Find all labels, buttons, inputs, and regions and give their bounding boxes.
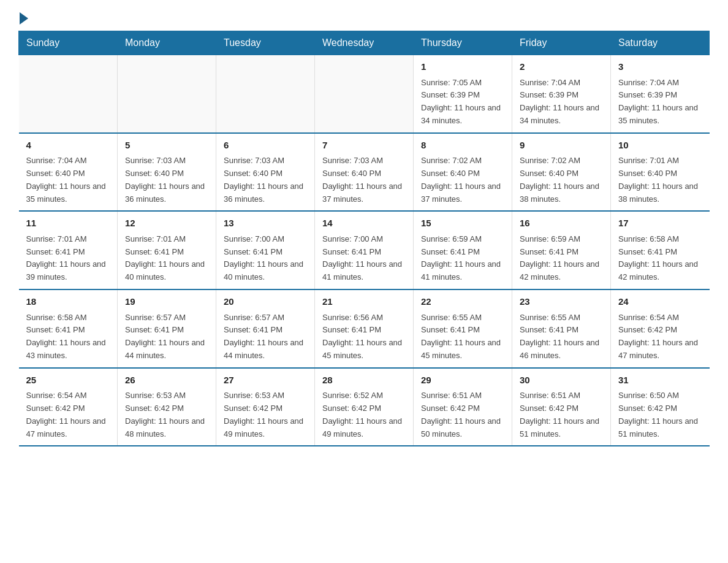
day-number: 12 [125, 216, 208, 231]
day-number: 11 [26, 216, 110, 231]
day-info: Sunrise: 6:58 AM Sunset: 6:41 PM Dayligh… [26, 312, 110, 362]
day-info: Sunrise: 7:03 AM Sunset: 6:40 PM Dayligh… [125, 155, 208, 205]
day-number: 27 [224, 373, 307, 388]
day-info: Sunrise: 6:55 AM Sunset: 6:41 PM Dayligh… [421, 312, 504, 362]
day-number: 8 [421, 139, 504, 153]
day-info: Sunrise: 6:55 AM Sunset: 6:41 PM Dayligh… [520, 312, 603, 362]
day-info: Sunrise: 7:04 AM Sunset: 6:39 PM Dayligh… [618, 77, 702, 128]
day-number: 6 [224, 139, 307, 153]
calendar-cell: 2Sunrise: 7:04 AM Sunset: 6:39 PM Daylig… [512, 55, 611, 133]
calendar-week-row: 4Sunrise: 7:04 AM Sunset: 6:40 PM Daylig… [19, 133, 710, 212]
calendar-cell: 5Sunrise: 7:03 AM Sunset: 6:40 PM Daylig… [118, 133, 216, 212]
day-info: Sunrise: 7:02 AM Sunset: 6:40 PM Dayligh… [421, 155, 504, 205]
calendar-cell [216, 55, 315, 133]
calendar-table: SundayMondayTuesdayWednesdayThursdayFrid… [18, 31, 710, 446]
calendar-cell: 19Sunrise: 6:57 AM Sunset: 6:41 PM Dayli… [118, 289, 216, 368]
day-info: Sunrise: 6:51 AM Sunset: 6:42 PM Dayligh… [520, 389, 603, 440]
day-info: Sunrise: 6:57 AM Sunset: 6:41 PM Dayligh… [224, 312, 307, 362]
day-number: 19 [125, 295, 208, 309]
day-info: Sunrise: 7:03 AM Sunset: 6:40 PM Dayligh… [322, 155, 406, 205]
day-number: 18 [26, 295, 110, 309]
day-number: 9 [520, 139, 603, 153]
day-number: 13 [224, 216, 307, 231]
day-number: 5 [125, 139, 208, 153]
day-info: Sunrise: 7:01 AM Sunset: 6:41 PM Dayligh… [125, 233, 208, 284]
day-info: Sunrise: 7:00 AM Sunset: 6:41 PM Dayligh… [224, 233, 307, 284]
day-number: 30 [520, 373, 603, 388]
day-number: 29 [421, 373, 504, 388]
day-number: 31 [618, 373, 702, 388]
calendar-cell: 20Sunrise: 6:57 AM Sunset: 6:41 PM Dayli… [216, 289, 315, 368]
calendar-cell: 24Sunrise: 6:54 AM Sunset: 6:42 PM Dayli… [611, 289, 710, 368]
calendar-cell: 1Sunrise: 7:05 AM Sunset: 6:39 PM Daylig… [414, 55, 512, 133]
calendar-cell: 6Sunrise: 7:03 AM Sunset: 6:40 PM Daylig… [216, 133, 315, 212]
day-info: Sunrise: 7:03 AM Sunset: 6:40 PM Dayligh… [224, 155, 307, 205]
day-number: 25 [26, 373, 110, 388]
calendar-cell: 14Sunrise: 7:00 AM Sunset: 6:41 PM Dayli… [315, 211, 414, 289]
calendar-week-row: 1Sunrise: 7:05 AM Sunset: 6:39 PM Daylig… [19, 55, 710, 133]
header-saturday: Saturday [611, 31, 710, 55]
calendar-cell: 31Sunrise: 6:50 AM Sunset: 6:42 PM Dayli… [611, 368, 710, 446]
calendar-cell: 8Sunrise: 7:02 AM Sunset: 6:40 PM Daylig… [414, 133, 512, 212]
calendar-cell: 27Sunrise: 6:53 AM Sunset: 6:42 PM Dayli… [216, 368, 315, 446]
day-info: Sunrise: 7:01 AM Sunset: 6:41 PM Dayligh… [26, 233, 110, 284]
day-number: 20 [224, 295, 307, 309]
day-info: Sunrise: 6:51 AM Sunset: 6:42 PM Dayligh… [421, 389, 504, 440]
calendar-cell: 3Sunrise: 7:04 AM Sunset: 6:39 PM Daylig… [611, 55, 710, 133]
header-thursday: Thursday [414, 31, 512, 55]
day-info: Sunrise: 6:53 AM Sunset: 6:42 PM Dayligh… [125, 389, 208, 440]
header-sunday: Sunday [19, 31, 118, 55]
day-info: Sunrise: 6:54 AM Sunset: 6:42 PM Dayligh… [618, 312, 702, 362]
calendar-cell [315, 55, 414, 133]
calendar-cell: 11Sunrise: 7:01 AM Sunset: 6:41 PM Dayli… [19, 211, 118, 289]
day-number: 14 [322, 216, 406, 231]
day-info: Sunrise: 6:58 AM Sunset: 6:41 PM Dayligh… [618, 233, 702, 284]
day-info: Sunrise: 7:00 AM Sunset: 6:41 PM Dayligh… [322, 233, 406, 284]
day-info: Sunrise: 6:50 AM Sunset: 6:42 PM Dayligh… [618, 389, 702, 440]
calendar-cell: 28Sunrise: 6:52 AM Sunset: 6:42 PM Dayli… [315, 368, 414, 446]
day-number: 22 [421, 295, 504, 309]
calendar-cell: 22Sunrise: 6:55 AM Sunset: 6:41 PM Dayli… [414, 289, 512, 368]
header-wednesday: Wednesday [315, 31, 414, 55]
calendar-cell: 7Sunrise: 7:03 AM Sunset: 6:40 PM Daylig… [315, 133, 414, 212]
day-info: Sunrise: 6:57 AM Sunset: 6:41 PM Dayligh… [125, 312, 208, 362]
calendar-cell: 25Sunrise: 6:54 AM Sunset: 6:42 PM Dayli… [19, 368, 118, 446]
day-info: Sunrise: 7:05 AM Sunset: 6:39 PM Dayligh… [421, 77, 504, 128]
day-number: 28 [322, 373, 406, 388]
calendar-cell: 29Sunrise: 6:51 AM Sunset: 6:42 PM Dayli… [414, 368, 512, 446]
calendar-cell [118, 55, 216, 133]
day-number: 10 [618, 139, 702, 153]
day-info: Sunrise: 6:53 AM Sunset: 6:42 PM Dayligh… [224, 389, 307, 440]
day-number: 21 [322, 295, 406, 309]
calendar-cell: 16Sunrise: 6:59 AM Sunset: 6:41 PM Dayli… [512, 211, 611, 289]
calendar-cell: 30Sunrise: 6:51 AM Sunset: 6:42 PM Dayli… [512, 368, 611, 446]
day-info: Sunrise: 6:52 AM Sunset: 6:42 PM Dayligh… [322, 389, 406, 440]
calendar-cell: 13Sunrise: 7:00 AM Sunset: 6:41 PM Dayli… [216, 211, 315, 289]
day-info: Sunrise: 6:59 AM Sunset: 6:41 PM Dayligh… [421, 233, 504, 284]
day-number: 26 [125, 373, 208, 388]
day-number: 24 [618, 295, 702, 309]
calendar-cell: 15Sunrise: 6:59 AM Sunset: 6:41 PM Dayli… [414, 211, 512, 289]
calendar-cell: 21Sunrise: 6:56 AM Sunset: 6:41 PM Dayli… [315, 289, 414, 368]
day-info: Sunrise: 7:04 AM Sunset: 6:39 PM Dayligh… [520, 77, 603, 128]
calendar-week-row: 25Sunrise: 6:54 AM Sunset: 6:42 PM Dayli… [19, 368, 710, 446]
calendar-week-row: 11Sunrise: 7:01 AM Sunset: 6:41 PM Dayli… [19, 211, 710, 289]
day-number: 16 [520, 216, 603, 231]
calendar-cell: 12Sunrise: 7:01 AM Sunset: 6:41 PM Dayli… [118, 211, 216, 289]
day-number: 2 [520, 60, 603, 74]
calendar-week-row: 18Sunrise: 6:58 AM Sunset: 6:41 PM Dayli… [19, 289, 710, 368]
day-number: 4 [26, 139, 110, 153]
header-monday: Monday [118, 31, 216, 55]
day-info: Sunrise: 7:02 AM Sunset: 6:40 PM Dayligh… [520, 155, 603, 205]
page-header [18, 12, 710, 25]
day-number: 17 [618, 216, 702, 231]
day-number: 7 [322, 139, 406, 153]
day-info: Sunrise: 6:59 AM Sunset: 6:41 PM Dayligh… [520, 233, 603, 284]
day-number: 23 [520, 295, 603, 309]
day-info: Sunrise: 6:54 AM Sunset: 6:42 PM Dayligh… [26, 389, 110, 440]
header-friday: Friday [512, 31, 611, 55]
calendar-header-row: SundayMondayTuesdayWednesdayThursdayFrid… [19, 31, 710, 55]
calendar-cell: 26Sunrise: 6:53 AM Sunset: 6:42 PM Dayli… [118, 368, 216, 446]
day-info: Sunrise: 7:01 AM Sunset: 6:40 PM Dayligh… [618, 155, 702, 205]
header-tuesday: Tuesday [216, 31, 315, 55]
